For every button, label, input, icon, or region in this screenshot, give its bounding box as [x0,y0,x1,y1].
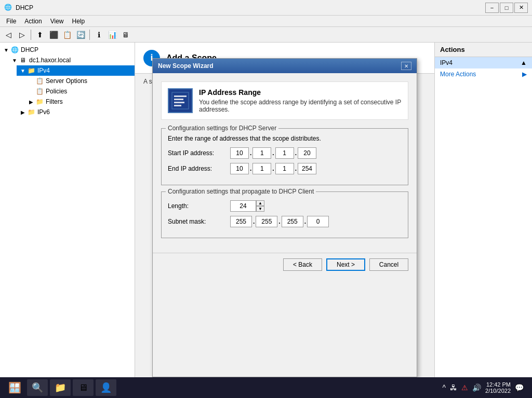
length-input[interactable] [230,200,256,212]
ipv4-icon: 📁 [27,66,35,75]
length-decrement[interactable]: ▼ [256,206,264,212]
menu-file[interactable]: File [2,17,20,26]
end-ip-octet-4[interactable] [298,163,316,174]
title-bar-text: DHCP [16,4,485,11]
expand-filters[interactable]: ▶ [27,98,35,106]
subnet-octet-4[interactable] [307,216,329,227]
tree-item-dhcp[interactable]: ▼ 🌐 DHCP [0,45,135,55]
length-spinner: ▲ ▼ [230,200,264,212]
close-button[interactable]: ✕ [514,3,528,13]
wizard-title-bar: New Scope Wizard ✕ [153,59,417,73]
subnet-row: Subnet mask: . . . [168,216,402,227]
tree-label-ipv6: IPv6 [37,108,50,116]
start-button[interactable]: 🪟 [4,379,25,396]
end-ip-field-group: . . . [230,163,316,174]
tree-label-filters: Filters [46,98,63,105]
title-bar: 🌐 DHCP − □ ✕ [0,0,532,16]
expand-dhcp[interactable]: ▼ [2,46,10,54]
tree-label-ipv4: IPv4 [37,67,50,74]
toolbar-refresh[interactable]: 🔄 [74,29,87,41]
start-ip-octet-1[interactable] [230,147,249,159]
tray-volume[interactable]: 🔊 [472,383,481,392]
end-ip-octet-3[interactable] [275,163,294,174]
app-icon: 🌐 [4,4,12,12]
actions-header: Actions [435,43,532,57]
toolbar-properties[interactable]: 📊 [106,29,118,41]
tree-panel: ▼ 🌐 DHCP ▼ 🖥 dc1.haxor.local ▼ 📁 IPv4 📋 … [0,43,135,377]
spinner-buttons: ▲ ▼ [256,200,264,212]
actions-panel: Actions IPv4 ▲ More Actions ▶ [434,43,532,377]
start-ip-octet-4[interactable] [298,147,316,159]
taskbar-server-manager[interactable]: 🖥 [73,379,94,396]
toolbar-show-hide[interactable]: ⬛ [47,29,60,41]
end-ip-label: End IP address: [168,165,230,172]
policies-icon: 📋 [35,87,44,95]
tray-notification[interactable]: 💬 [515,383,524,392]
menu-action[interactable]: Action [20,17,46,26]
expand-ipv6[interactable]: ▶ [19,108,27,116]
wizard-dialog: New Scope Wizard ✕ [152,58,417,377]
back-button[interactable]: < Back [283,258,322,271]
wizard-heading-desc: You define the scope address range by id… [199,99,402,113]
subnet-octet-1[interactable] [230,216,252,227]
actions-ipv4-arrow: ▲ [521,59,527,66]
tree-item-filters[interactable]: ▶ 📁 Filters [25,97,135,107]
actions-more[interactable]: More Actions ▶ [435,68,532,80]
server-options-icon: 📋 [35,77,44,85]
start-ip-octet-3[interactable] [275,147,294,159]
tree-item-server-options[interactable]: 📋 Server Options [25,76,135,86]
tray-clock[interactable]: 12:42 PM 2/10/2022 [485,381,511,394]
end-ip-octet-1[interactable] [230,163,249,174]
tree-label-server-options: Server Options [46,77,87,85]
menu-bar: File Action View Help [0,16,532,27]
expand-ipv4[interactable]: ▼ [19,66,27,75]
config-group-1-label: Configuration settings for DHCP Server [166,125,278,132]
taskbar-search[interactable]: 🔍 [27,379,48,396]
menu-help[interactable]: Help [68,17,89,26]
taskbar-user[interactable]: 👤 [96,379,116,396]
wizard-close-button[interactable]: ✕ [401,62,411,70]
toolbar-help[interactable]: ℹ [92,29,105,41]
tray-warning[interactable]: ⚠ [461,383,468,392]
toolbar-up[interactable]: ⬆ [34,29,46,41]
wizard-heading-section: IP Address Range You define the scope ad… [161,81,408,120]
subnet-octet-2[interactable] [256,216,277,227]
toolbar-forward[interactable]: ▷ [16,29,28,41]
expand-server-options [27,77,35,85]
length-increment[interactable]: ▲ [256,200,264,206]
next-button[interactable]: Next > [326,258,365,271]
tree-label-policies: Policies [46,88,67,95]
config-group-1: Configuration settings for DHCP Server E… [161,128,408,185]
actions-ipv4-label: IPv4 [440,59,453,66]
tray-network[interactable]: 🖧 [450,383,457,392]
toolbar: ◁ ▷ ⬆ ⬛ 📋 🔄 ℹ 📊 🖥 [0,27,532,43]
config-group-1-desc: Enter the range of addresses that the sc… [168,135,402,142]
tree-item-ipv4[interactable]: ▼ 📁 IPv4 [17,65,135,76]
taskbar-tray: ^ 🖧 ⚠ 🔊 12:42 PM 2/10/2022 💬 [438,381,528,394]
expand-server[interactable]: ▼ [10,56,19,64]
toolbar-copy[interactable]: 📋 [61,29,73,41]
actions-ipv4[interactable]: IPv4 ▲ [435,57,532,68]
clock-date: 2/10/2022 [485,388,511,394]
end-ip-octet-2[interactable] [252,163,271,174]
wizard-title-text: New Scope Wizard [158,62,214,70]
menu-view[interactable]: View [46,17,68,26]
start-ip-octet-2[interactable] [252,147,271,159]
minimize-button[interactable]: − [485,3,499,13]
tree-item-server[interactable]: ▼ 🖥 dc1.haxor.local [8,55,135,65]
subnet-octet-3[interactable] [282,216,303,227]
wizard-footer: < Back Next > Cancel [153,253,417,276]
wizard-body: IP Address Range You define the scope ad… [153,73,417,253]
start-ip-label: Start IP address: [168,149,230,157]
toolbar-back[interactable]: ◁ [2,29,15,41]
taskbar-explorer[interactable]: 📁 [50,379,71,396]
tray-chevron[interactable]: ^ [442,383,446,392]
cancel-button[interactable]: Cancel [369,258,408,271]
start-ip-row: Start IP address: . . . [168,147,402,159]
maximize-button[interactable]: □ [500,3,513,13]
actions-more-arrow: ▶ [522,71,527,78]
tree-item-ipv6[interactable]: ▶ 📁 IPv6 [17,107,135,117]
toolbar-console[interactable]: 🖥 [119,29,132,41]
tree-item-policies[interactable]: 📋 Policies [25,86,135,97]
dhcp-icon: 🌐 [10,46,19,54]
